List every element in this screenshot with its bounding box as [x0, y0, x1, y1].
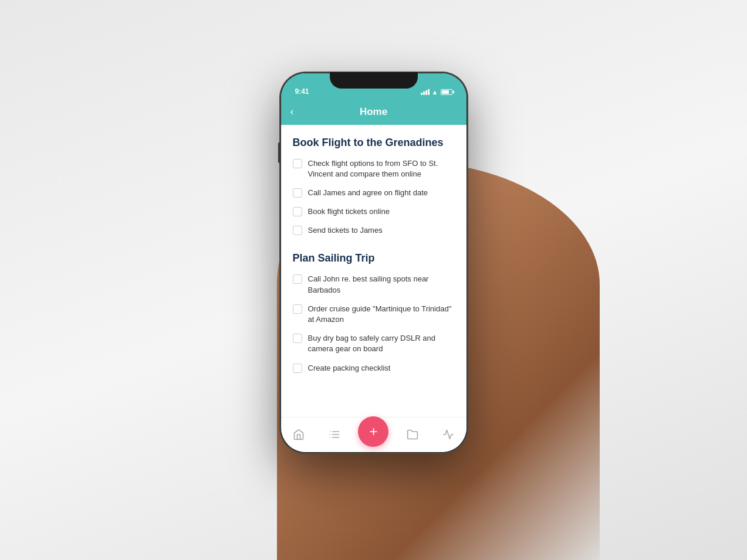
task-text-7: Buy dry bag to safely carry DSLR and cam…: [308, 333, 455, 354]
section-plan-sailing: Plan Sailing Trip Call John re. best sai…: [293, 252, 455, 373]
task-item-2: Call James and agree on flight date: [293, 188, 455, 198]
status-time: 9:41: [295, 87, 309, 96]
task-text-5: Call John re. best sailing spots near Ba…: [308, 274, 455, 295]
task-item-8: Create packing checklist: [293, 363, 455, 374]
task-item-6: Order cruise guide "Martinique to Trinid…: [293, 304, 455, 325]
checkbox-6[interactable]: [293, 304, 302, 314]
task-text-4: Send tickets to James: [308, 225, 383, 236]
section-title-plan-sailing: Plan Sailing Trip: [293, 252, 455, 264]
checkbox-1[interactable]: [293, 159, 302, 168]
content-area: Book Flight to the Grenadines Check flig…: [281, 125, 467, 417]
status-icons: ▲: [421, 89, 452, 96]
phone-screen: 9:41 ▲: [281, 73, 467, 452]
nav-title: Home: [360, 106, 387, 118]
add-icon: +: [369, 423, 377, 440]
tab-folder[interactable]: [401, 423, 424, 446]
list-icon: [329, 429, 340, 440]
task-text-1: Check flight options to from SFO to St. …: [308, 158, 455, 179]
tab-bar: +: [281, 417, 467, 452]
back-button[interactable]: ‹: [290, 106, 294, 118]
add-button[interactable]: +: [358, 416, 388, 447]
tab-home[interactable]: [287, 423, 310, 446]
phone-device: 9:41 ▲: [280, 72, 468, 453]
checkbox-3[interactable]: [293, 207, 302, 216]
task-item-3: Book flight tickets online: [293, 206, 455, 217]
stats-icon: [442, 429, 454, 440]
task-text-8: Create packing checklist: [308, 363, 391, 374]
nav-bar: ‹ Home: [281, 99, 467, 125]
section-title-book-flight: Book Flight to the Grenadines: [293, 137, 455, 149]
task-text-2: Call James and agree on flight date: [308, 188, 428, 198]
home-icon: [293, 429, 305, 440]
task-text-3: Book flight tickets online: [308, 206, 390, 217]
signal-icon: [421, 89, 430, 95]
section-book-flight: Book Flight to the Grenadines Check flig…: [293, 137, 455, 236]
task-item-4: Send tickets to James: [293, 225, 455, 236]
battery-icon: [441, 89, 452, 95]
checkbox-5[interactable]: [293, 274, 302, 284]
task-text-6: Order cruise guide "Martinique to Trinid…: [308, 304, 455, 325]
task-item-7: Buy dry bag to safely carry DSLR and cam…: [293, 333, 455, 354]
folder-icon: [407, 429, 418, 440]
scene: 9:41 ▲: [0, 0, 747, 560]
phone-notch: [330, 72, 418, 89]
tab-lists[interactable]: [323, 423, 346, 446]
task-item-1: Check flight options to from SFO to St. …: [293, 158, 455, 179]
checkbox-7[interactable]: [293, 334, 302, 343]
wifi-icon: ▲: [432, 89, 438, 96]
phone-wrapper: 9:41 ▲: [280, 72, 468, 453]
checkbox-4[interactable]: [293, 226, 302, 235]
checkbox-8[interactable]: [293, 364, 302, 373]
tab-stats[interactable]: [437, 423, 460, 446]
checkbox-2[interactable]: [293, 188, 302, 198]
task-item-5: Call John re. best sailing spots near Ba…: [293, 274, 455, 295]
